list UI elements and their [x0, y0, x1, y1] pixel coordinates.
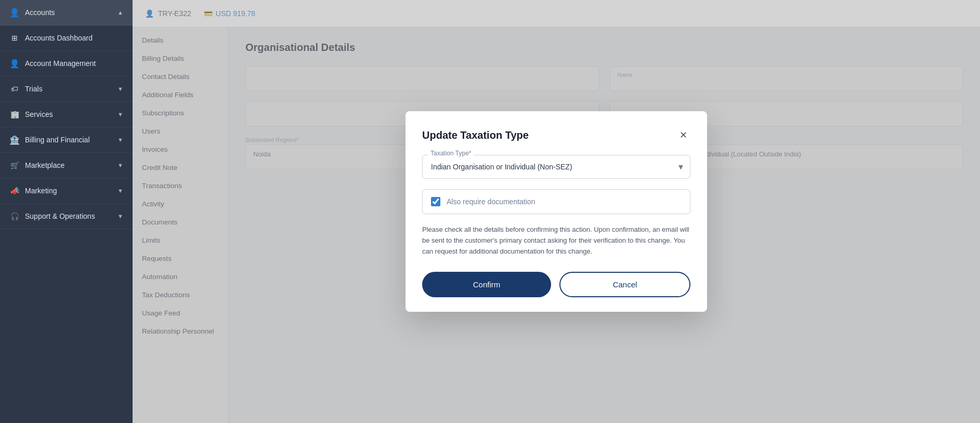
require-documentation-checkbox[interactable] — [431, 197, 440, 206]
tag-icon: 🏷 — [9, 84, 20, 94]
sidebar-item-billing-financial[interactable]: 🏦 Billing and Financial ▼ — [0, 127, 133, 153]
sidebar-label-billing-financial: Billing and Financial — [25, 136, 90, 144]
close-icon: ✕ — [680, 129, 687, 141]
chevron-down-icon-trials: ▼ — [117, 86, 123, 92]
taxation-type-select-label: Taxation Type* — [428, 150, 474, 157]
sidebar-item-accounts[interactable]: 👤 Accounts ▲ — [0, 0, 133, 25]
confirm-button[interactable]: Confirm — [422, 272, 551, 297]
sidebar-label-trials: Trials — [25, 85, 43, 93]
sidebar-item-marketing[interactable]: 📣 Marketing ▼ — [0, 178, 133, 204]
sidebar-item-trials[interactable]: 🏷 Trials ▼ — [0, 76, 133, 102]
require-documentation-row: Also require documentation — [422, 189, 690, 214]
require-documentation-label: Also require documentation — [447, 197, 535, 206]
sidebar-item-account-management[interactable]: 👤 Account Management — [0, 51, 133, 76]
chevron-up-icon: ▲ — [117, 9, 123, 16]
sidebar-label-accounts: Accounts — [25, 8, 55, 17]
taxation-type-select-wrapper: Taxation Type* Indian Organisation or In… — [422, 155, 690, 179]
chevron-down-icon-support: ▼ — [117, 213, 123, 219]
modal-update-taxation: Update Taxation Type ✕ Taxation Type* In… — [406, 111, 707, 311]
sidebar-item-marketplace[interactable]: 🛒 Marketplace ▼ — [0, 153, 133, 178]
sidebar-label-account-management: Account Management — [25, 59, 96, 68]
sidebar-item-services[interactable]: 🏢 Services ▼ — [0, 102, 133, 127]
chevron-down-icon-marketplace: ▼ — [117, 162, 123, 168]
headset-icon: 🎧 — [9, 211, 20, 221]
modal-overlay: Update Taxation Type ✕ Taxation Type* In… — [133, 0, 980, 423]
sidebar: 👤 Accounts ▲ ⊞ Accounts Dashboard 👤 Acco… — [0, 0, 133, 423]
wallet-icon: 🏦 — [9, 135, 20, 145]
person-icon: 👤 — [9, 7, 20, 18]
chevron-down-icon-services: ▼ — [117, 111, 123, 117]
grid-icon: ⊞ — [9, 33, 20, 43]
marketplace-icon: 🛒 — [9, 160, 20, 170]
chevron-down-icon-marketing: ▼ — [117, 188, 123, 194]
sidebar-item-support-operations[interactable]: 🎧 Support & Operations ▼ — [0, 204, 133, 229]
sidebar-label-marketing: Marketing — [25, 187, 57, 195]
sidebar-item-accounts-dashboard[interactable]: ⊞ Accounts Dashboard — [0, 25, 133, 51]
sidebar-label-support-operations: Support & Operations — [25, 212, 95, 220]
building-icon: 🏢 — [9, 109, 20, 120]
cancel-button[interactable]: Cancel — [559, 272, 690, 297]
taxation-type-select[interactable]: Indian Organisation or Individual (Non-S… — [422, 155, 690, 179]
modal-header: Update Taxation Type ✕ — [422, 128, 690, 142]
chevron-down-icon-billing: ▼ — [117, 137, 123, 143]
modal-close-button[interactable]: ✕ — [676, 128, 690, 142]
modal-title: Update Taxation Type — [422, 129, 529, 141]
modal-action-buttons: Confirm Cancel — [422, 272, 690, 297]
sidebar-label-accounts-dashboard: Accounts Dashboard — [25, 34, 93, 42]
main-content: 👤 TRY-E322 💳 USD 919.78 Details Billing … — [133, 0, 980, 423]
modal-notice-text: Please check all the details before conf… — [422, 224, 690, 257]
sidebar-label-marketplace: Marketplace — [25, 161, 64, 169]
sidebar-label-services: Services — [25, 110, 53, 118]
person-icon-2: 👤 — [9, 58, 20, 69]
megaphone-icon: 📣 — [9, 186, 20, 196]
